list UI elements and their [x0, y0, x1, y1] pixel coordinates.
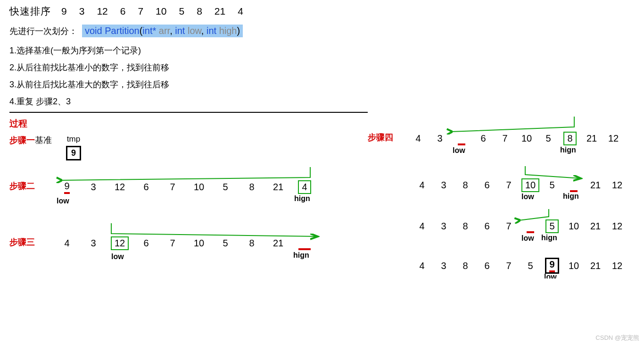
val: 9 [545, 258, 559, 274]
cell: 4 [411, 180, 433, 191]
cell: 7 [498, 261, 520, 271]
comma: , [201, 25, 206, 36]
paren-close: ) [237, 25, 240, 36]
cell: 10 [516, 133, 537, 144]
val-inner: 9 [549, 259, 554, 272]
step-4a: 步骤四 4 3 low 6 7 10 5 8hign 21 12 [368, 132, 635, 145]
num: 6 [120, 6, 126, 17]
blank-cell [458, 132, 466, 145]
title-numbers: 9 3 12 6 7 10 5 8 21 4 [61, 6, 243, 17]
low-tag: low [111, 252, 124, 261]
cell: 10 [563, 221, 585, 232]
hign-tag: hign [294, 194, 310, 203]
val: 9 [64, 181, 69, 194]
cell: hign [563, 179, 585, 192]
cell: 12low [107, 236, 133, 250]
cell: 5 [212, 238, 239, 249]
num: 7 [138, 6, 143, 17]
num: 5 [179, 6, 184, 17]
type-int: int [206, 25, 216, 36]
param-arr: arr [159, 25, 170, 36]
cell: 8hign [559, 132, 581, 145]
cell: 5 [212, 182, 239, 193]
val: 8 [563, 132, 576, 145]
num: 8 [197, 6, 202, 17]
num: 21 [215, 6, 225, 17]
tmp-box: 9 [66, 146, 81, 160]
blank-cell [570, 179, 578, 192]
step4c-array: 4 3 8 6 7 low 5hign 10 21 12 [411, 219, 628, 233]
cell: 6 [476, 180, 498, 191]
cell: 3 [429, 133, 451, 144]
sub-label: 先进行一次划分： [9, 25, 77, 37]
hign-tag: hign [560, 146, 576, 154]
cell: 9 low hign [541, 258, 563, 274]
cell: 3 [80, 238, 107, 249]
cell: 6 [476, 261, 498, 271]
cell: 8 [454, 221, 476, 232]
val: 4 [298, 180, 311, 194]
cell: 10low [520, 178, 541, 192]
cell: 5 [537, 133, 559, 144]
num: 4 [238, 6, 243, 17]
comma: , [170, 25, 175, 36]
cell: 10 [186, 238, 212, 249]
cell: 5 [541, 180, 563, 191]
process-title: 过程 [9, 118, 368, 130]
type-int: int [175, 25, 185, 36]
title: 快速排序 [9, 5, 51, 18]
step4a-array: 4 3 low 6 7 10 5 8hign 21 12 [407, 132, 624, 145]
cell: 3 [80, 182, 107, 193]
divider [9, 112, 368, 113]
cell: 7 [494, 133, 516, 144]
cell: 9low [54, 181, 80, 194]
step-4b: 4 3 8 6 7 10low 5 hign 21 12 [411, 178, 635, 192]
cell: 7 [159, 238, 186, 249]
hign-tag: hign [293, 251, 309, 260]
step3-array: 4 3 12low 6 7 10 5 8 21 hign [54, 236, 318, 250]
val: 10 [521, 178, 539, 192]
cell: 8 [239, 182, 265, 193]
rule-1: 1.选择基准(一般为序列第一个记录) [9, 42, 635, 59]
cell: 10 [186, 182, 212, 193]
cell: hign [291, 237, 318, 250]
cell: 12 [606, 180, 628, 191]
cell: 4 [411, 261, 433, 271]
rule-2: 2.从后往前找比基准小的数字，找到往前移 [9, 59, 635, 76]
rule-3: 3.从前往后找比基准大的数字，找到往后移 [9, 76, 635, 93]
cell: 6 [476, 221, 498, 232]
cell: 7 [498, 221, 520, 232]
blank-cell [298, 237, 311, 250]
cell: 21 [265, 238, 291, 249]
step-1: 步骤一基准 tmp 9 [9, 135, 368, 160]
kw-void: void [85, 25, 102, 36]
cell: 8 [454, 261, 476, 271]
step3-label: 步骤三 [9, 236, 35, 248]
step1-label: 步骤一 [9, 135, 35, 146]
step4b-array: 4 3 8 6 7 10low 5 hign 21 12 [411, 178, 628, 192]
num: 9 [61, 6, 67, 17]
step1-base: 基准 [35, 135, 52, 146]
step-2: 步骤二 9low 3 12 6 7 10 5 8 21 4hign [9, 180, 368, 194]
cell: 12 [107, 182, 133, 193]
step2-array: 9low 3 12 6 7 10 5 8 21 4hign [54, 180, 318, 194]
num: 10 [156, 6, 166, 17]
cell: 21 [585, 221, 606, 232]
num: 12 [97, 6, 107, 17]
rule-4: 4.重复 步骤2、3 [9, 93, 635, 110]
hign-tag: hign [541, 234, 557, 242]
low-tag: low [453, 146, 465, 155]
cell: 3 [433, 221, 454, 232]
low-tag: low [544, 273, 557, 278]
cell: 4 [411, 221, 433, 232]
cell: 5 [520, 261, 541, 271]
cell: 7 [498, 180, 520, 191]
low-tag: low [521, 234, 534, 243]
param-low: low [188, 25, 201, 36]
cell: 21 [265, 182, 291, 193]
fn-name: Partition [105, 25, 139, 36]
step4-label: 步骤四 [368, 132, 393, 143]
type-intptr: int* [142, 25, 156, 36]
cell: 8 [239, 238, 265, 249]
cell: 8 [454, 180, 476, 191]
